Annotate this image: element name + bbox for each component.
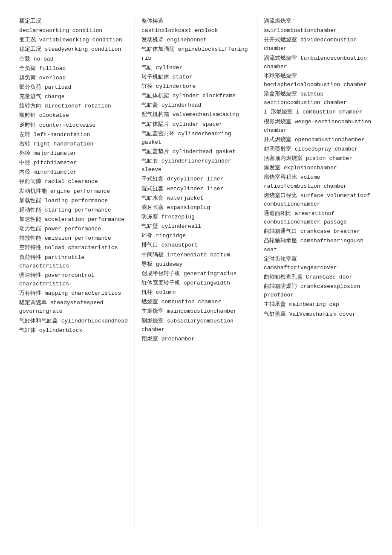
list-item: 涡流式燃烧室 turbulencecombustion chamber bbox=[264, 54, 373, 71]
list-item: 气缸体加强筋 engineblockstiffening rib bbox=[141, 45, 251, 62]
list-item: 湿式缸套 wetcylinder liner bbox=[141, 185, 251, 193]
list-item: 气缸体隔片 cylinder spacer bbox=[141, 120, 251, 129]
list-item: 气缸体和气缸盖 cylinderblockandhead bbox=[19, 317, 128, 325]
list-item: 空转特性 noload characteristics bbox=[19, 244, 128, 252]
list-item: 曲轴箱通气口 crankcase breather bbox=[264, 227, 373, 236]
list-item: 旋转方向 directionof rotation bbox=[19, 102, 128, 110]
list-item: 负荷特性 partthrottle characteristics bbox=[19, 253, 128, 270]
list-item: l 形燃烧室 l-combustion chamber bbox=[264, 108, 373, 116]
list-item: 配气机构箱 valvemechanismcasing bbox=[141, 110, 251, 119]
list-item: 副燃烧室 subsidiarycombustion chamber bbox=[141, 317, 251, 334]
list-item: 整体铸造 bbox=[141, 17, 251, 26]
list-item: 气缸套 cylinderlinercylinder sleeve bbox=[141, 157, 251, 174]
list-item: 额定工况 bbox=[19, 17, 128, 26]
list-item: 燃烧室口径比 surface volumeratioof combustionc… bbox=[264, 192, 373, 209]
list-item: 气缸盖垫片 cylinderhead gasket bbox=[141, 148, 251, 156]
list-item: 排气口 exhaustport bbox=[141, 241, 251, 250]
list-item: 缸径 cylinderbore bbox=[141, 82, 251, 91]
list-item: 创成半径转子机 generatingradius bbox=[141, 270, 251, 278]
list-item: 膨月长塞 expansionplug bbox=[141, 203, 251, 212]
list-item: 气缸体 cylinderblock bbox=[19, 326, 128, 335]
list-item: 缸体宽度转子机 operatingwidth bbox=[141, 279, 251, 288]
list-item: 转子机缸体 stator bbox=[141, 73, 251, 81]
list-item: 变工况 variableworking condition bbox=[19, 36, 128, 44]
list-item: 楔形燃烧室 wedge-sectioncombustion chamber bbox=[264, 118, 373, 135]
list-item: 稳定工况 steadyworking condition bbox=[19, 45, 128, 54]
list-item: 凸轮轴轴承座 camshaftbearingbush seat bbox=[264, 237, 373, 254]
list-item: 干式缸套 drycylinder liner bbox=[141, 175, 251, 183]
list-item: 顺时针 clockwise bbox=[19, 111, 128, 120]
list-item: 起动性能 starting performance bbox=[19, 206, 128, 215]
list-item: 燃烧室 combustion chamber bbox=[141, 298, 251, 306]
list-item: 调速特性 governorcontrol characteristics bbox=[19, 271, 128, 288]
list-item: 气缸盖密封环 cylinderheadring gasket bbox=[141, 130, 251, 147]
list-item: 活塞顶内燃烧室 piston chamber bbox=[264, 154, 373, 163]
list-item: 内径 minordiameter bbox=[19, 168, 128, 177]
list-item: 空载 noToad bbox=[19, 55, 128, 64]
list-item: 超负荷 overload bbox=[19, 74, 128, 82]
list-item: swirlcombustionchamber bbox=[264, 26, 373, 35]
list-item: 全负荷 fullload bbox=[19, 64, 128, 73]
list-item: 中径 pitchdiameter bbox=[19, 159, 128, 167]
list-item: 万有特性 mapping characteristics bbox=[19, 289, 128, 298]
list-item: 外径 majordiameter bbox=[19, 149, 128, 158]
list-item: 发动机性能 engine performance bbox=[19, 187, 128, 196]
list-item: 加速性能 acceleration performance bbox=[19, 215, 128, 224]
list-item: 气缸体机架 cylinder blockframe bbox=[141, 92, 251, 100]
list-item: 曲轴箱检查孔盖 CrankCaSe door bbox=[264, 273, 373, 282]
column-3: 涡流燃烧室'swirlcombustionchamber分开式燃烧室 divid… bbox=[257, 17, 379, 529]
list-item: declaredworking condition bbox=[19, 26, 128, 35]
list-item: 气缸 cylinder bbox=[141, 64, 251, 72]
list-item: 部分负荷 partload bbox=[19, 83, 128, 92]
list-item: 中间隔板 intermediate bottum bbox=[141, 251, 251, 259]
list-item: 开式燃烧室 opencombustionchamber bbox=[264, 136, 373, 144]
list-item: 通道面积比 arearationof combustionchamber pas… bbox=[264, 209, 373, 227]
list-item: 动力性能 power performance bbox=[19, 225, 128, 233]
list-item: 防冻塞 freezeplug bbox=[141, 213, 251, 221]
list-item: 气缸盖 cylinderhead bbox=[141, 101, 251, 110]
list-item: 充量进气 charge bbox=[19, 93, 128, 101]
list-item: 曲轴箱防爆门 crankcaseexplosion proofdoor bbox=[264, 282, 373, 299]
list-item: 右转 right-handrotation bbox=[19, 140, 128, 148]
list-item: 定时齿轮室罩 camshaftdrivegearcover bbox=[264, 255, 373, 272]
list-item: 气缸水套 waterjacket bbox=[141, 194, 251, 203]
list-item: 半球形燃烧室 hemisphericalcombustion chamber bbox=[264, 72, 373, 89]
list-item: 封闭喷射室 closedspray chamber bbox=[264, 145, 373, 154]
list-item: 分开式燃烧室 dividedcombustion chamber bbox=[264, 36, 373, 53]
column-1: 额定工况declaredworking condition变工况 variabl… bbox=[13, 17, 135, 529]
list-item: 气缸盖罩 ValVemechanism cover bbox=[264, 310, 373, 319]
list-item: 发动机罩 enginebonnet bbox=[141, 36, 251, 44]
list-item: 径向间隙 radial clearance bbox=[19, 177, 128, 186]
list-item: 浴盆形燃烧室 bathtub sectioncombustion chamber bbox=[264, 90, 373, 107]
column-2: 整体铸造castinblockcast enblock发动机罩 enginebo… bbox=[135, 17, 257, 529]
list-item: 气缸壁 cylinderwall bbox=[141, 222, 251, 231]
list-item: 预燃室 prechamber bbox=[141, 335, 251, 343]
list-item: 涡流燃烧室' bbox=[264, 17, 373, 26]
list-item: 主轴承盖 mainbearing cap bbox=[264, 300, 373, 309]
list-item: 导板 guideway bbox=[141, 260, 251, 269]
list-item: 环脊 ringridge bbox=[141, 232, 251, 240]
list-item: 稳定调速率 steadystatespeed governingrate bbox=[19, 299, 128, 316]
list-item: castinblockcast enblock bbox=[141, 26, 251, 35]
list-item: 爆发室 explosionchamber bbox=[264, 164, 373, 172]
list-item: 逆时针 counter-clockwise bbox=[19, 121, 128, 130]
list-item: 排放性能 emission performance bbox=[19, 234, 128, 243]
list-item: 燃烧室容积比 volume ratioofcombustion chamber bbox=[264, 173, 373, 190]
list-item: 加载性能 loading performance bbox=[19, 197, 128, 205]
list-item: 左转 left-handrotation bbox=[19, 131, 128, 139]
list-item: 主燃烧室 maincombustionchamber bbox=[141, 307, 251, 316]
list-item: 机柱 column bbox=[141, 288, 251, 297]
main-content: 额定工况declaredworking condition变工况 variabl… bbox=[13, 17, 379, 529]
